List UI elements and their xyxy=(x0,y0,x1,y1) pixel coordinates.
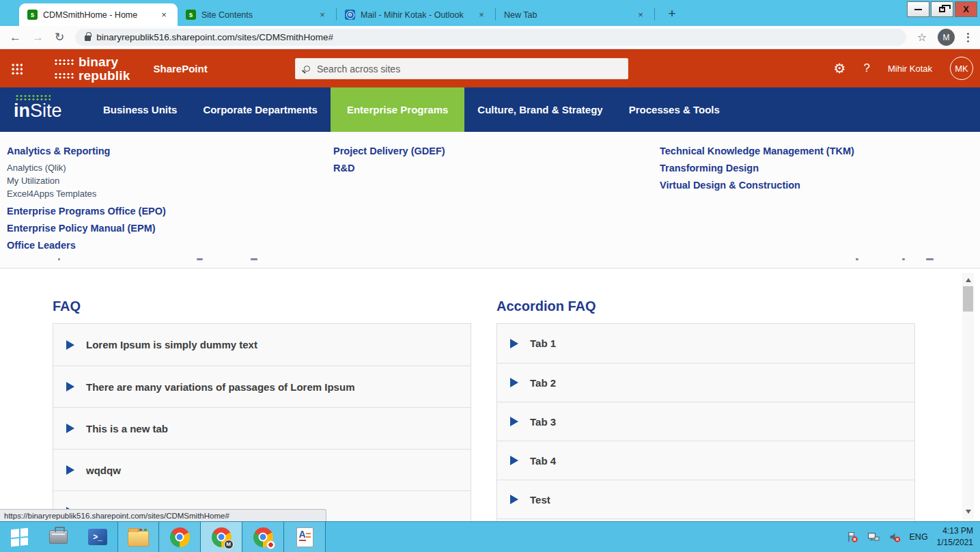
accordion-item[interactable]: Tab 3 xyxy=(497,402,914,441)
forward-button[interactable]: → xyxy=(32,31,44,43)
expand-triangle-icon xyxy=(66,465,74,475)
wordpad-icon xyxy=(296,527,313,547)
volume-muted-icon[interactable] xyxy=(888,531,901,543)
tab-outlook-mail[interactable]: Mail - Mihir Kotak - Outlook xyxy=(337,3,495,26)
reload-button[interactable]: ↻ xyxy=(55,31,64,43)
binary-republik-logo[interactable]: binary republik xyxy=(54,55,130,82)
language-indicator[interactable]: ENG xyxy=(910,532,928,542)
search-input[interactable] xyxy=(317,64,619,74)
mega-menu-link-epm[interactable]: Enterprise Policy Manual (EPM) xyxy=(7,221,166,235)
page-scrollbar[interactable] xyxy=(962,273,974,519)
mega-menu-link-excel4apps[interactable]: Excel4Apps Templates xyxy=(7,187,166,200)
accordion-item-label: Tab 2 xyxy=(530,377,556,389)
accordion-item[interactable]: Tab 1 xyxy=(497,324,914,363)
accordion-item[interactable]: Tab 2 xyxy=(497,363,914,402)
clipped-content-fragment xyxy=(58,258,60,260)
restore-icon xyxy=(939,7,945,12)
clipped-content-fragment xyxy=(856,258,858,260)
mega-menu-link-transforming-design[interactable]: Transforming Design xyxy=(660,161,854,175)
browser-menu-icon[interactable] xyxy=(966,31,970,44)
chrome-icon: M xyxy=(212,527,232,547)
tab-close-icon[interactable] xyxy=(317,10,328,20)
restore-button[interactable] xyxy=(931,1,953,17)
search-box[interactable] xyxy=(295,58,628,79)
chrome-button[interactable] xyxy=(159,522,201,552)
nav-item-enterprise-programs[interactable]: Enterprise Programs xyxy=(331,87,464,132)
sharepoint-favicon xyxy=(27,10,38,20)
clipped-content-fragment xyxy=(197,258,203,260)
faq-item[interactable]: Lorem Ipsum is simply dummy text xyxy=(53,324,471,365)
address-toolbar: ← → ↻ binaryrepublik516.sharepoint.com/s… xyxy=(0,26,980,49)
link-status-url: https://binaryrepublik516.sharepoint.com… xyxy=(4,512,229,520)
tab-new-tab[interactable]: New Tab xyxy=(496,3,654,26)
address-bar[interactable]: binaryrepublik516.sharepoint.com/sites/C… xyxy=(75,29,906,46)
accordion-item-label: Tab 4 xyxy=(530,455,556,467)
chrome-profile-2-button[interactable] xyxy=(242,522,284,552)
site-navigation-bar: inSite Business Units Corporate Departme… xyxy=(0,87,980,132)
mega-menu-link-epo[interactable]: Enterprise Programs Office (EPO) xyxy=(7,204,166,218)
nav-item-culture-brand-strategy[interactable]: Culture, Brand & Strategy xyxy=(464,87,615,132)
accordion-item[interactable]: Test xyxy=(497,480,914,519)
mega-menu-link-office-leaders[interactable]: Office Leaders xyxy=(7,238,166,252)
clipped-content-fragment xyxy=(251,258,257,260)
accordion-item[interactable]: Tab 4 xyxy=(497,441,914,480)
start-button[interactable] xyxy=(0,522,38,552)
help-button[interactable]: ? xyxy=(864,61,870,75)
suite-bar-actions: ⚙ ? Mihir Kotak MK xyxy=(834,49,973,87)
mega-menu-link-virtual-design[interactable]: Virtual Design & Construction xyxy=(660,178,854,192)
nav-item-business-units[interactable]: Business Units xyxy=(90,87,190,132)
accordion-item-label: Tab 1 xyxy=(530,337,556,349)
scrollbar-up-arrow[interactable] xyxy=(962,275,974,285)
file-explorer-button[interactable] xyxy=(117,522,159,552)
nav-item-corporate-departments[interactable]: Corporate Departments xyxy=(190,87,331,132)
expand-triangle-icon xyxy=(66,382,74,391)
faq-item-label: There are many variations of passages of… xyxy=(86,381,354,393)
tab-cdmsmithhome[interactable]: CDMSmithHome - Home xyxy=(19,3,178,26)
mega-menu-link-tkm[interactable]: Technical Knowledge Management (TKM) xyxy=(660,144,854,158)
tab-site-contents[interactable]: Site Contents xyxy=(178,3,336,26)
mega-menu-link-rd[interactable]: R&D xyxy=(333,161,445,175)
accordion-faq-title: Accordion FAQ xyxy=(496,299,915,314)
tab-close-icon[interactable] xyxy=(158,10,169,20)
faq-item[interactable]: There are many variations of passages of… xyxy=(53,365,471,407)
expand-triangle-icon xyxy=(510,378,518,387)
url-text: binaryrepublik516.sharepoint.com/sites/C… xyxy=(96,32,333,42)
chrome-profile-m-button[interactable]: M xyxy=(201,522,242,552)
server-manager-button[interactable] xyxy=(38,522,78,552)
tab-close-icon[interactable] xyxy=(476,10,487,20)
window-controls: X xyxy=(907,1,977,17)
clock[interactable]: 4:13 PM 1/15/2021 xyxy=(937,525,973,549)
mega-menu-link-my-utilization[interactable]: My Utilization xyxy=(7,174,166,187)
mega-menu-link-analytics-qlik[interactable]: Analytics (Qlik) xyxy=(7,161,166,174)
lock-icon[interactable] xyxy=(85,36,91,41)
bookmark-star-icon[interactable]: ☆ xyxy=(917,31,927,44)
scrollbar-down-arrow[interactable] xyxy=(962,506,974,516)
minimize-button[interactable] xyxy=(907,1,929,17)
scrollbar-thumb[interactable] xyxy=(963,286,973,312)
wordpad-button[interactable] xyxy=(284,522,326,552)
sharepoint-suite-bar: binary republik SharePoint ⚙ ? Mihir Kot… xyxy=(0,49,980,87)
close-button[interactable]: X xyxy=(955,1,977,17)
new-tab-button[interactable] xyxy=(663,5,681,23)
app-launcher-icon[interactable] xyxy=(11,63,23,74)
faq-item-label: This is a new tab xyxy=(86,423,168,434)
nav-item-processes-tools[interactable]: Processes & Tools xyxy=(616,87,733,132)
faq-item[interactable]: wqdqw xyxy=(53,449,471,491)
browser-window: CDMSmithHome - Home Site Contents Mail -… xyxy=(0,0,980,552)
action-center-flag-icon[interactable] xyxy=(846,531,858,543)
mega-menu-link-project-delivery[interactable]: Project Delivery (GDEF) xyxy=(333,144,445,158)
tab-strip: CDMSmithHome - Home Site Contents Mail -… xyxy=(0,0,980,26)
user-name[interactable]: Mihir Kotak xyxy=(888,64,932,74)
network-status-icon[interactable] xyxy=(867,531,880,543)
powershell-button[interactable] xyxy=(78,522,117,552)
insite-logo[interactable]: inSite xyxy=(14,94,74,132)
user-avatar[interactable]: MK xyxy=(950,57,973,80)
tray-time: 4:13 PM xyxy=(937,525,973,537)
expand-triangle-icon xyxy=(510,495,518,504)
profile-avatar[interactable]: M xyxy=(938,29,955,46)
faq-item[interactable]: This is a new tab xyxy=(53,407,471,449)
mega-menu-link-analytics-reporting[interactable]: Analytics & Reporting xyxy=(7,144,166,158)
back-button[interactable]: ← xyxy=(10,31,21,43)
tab-close-icon[interactable] xyxy=(635,10,646,20)
settings-gear-icon[interactable]: ⚙ xyxy=(834,60,846,77)
